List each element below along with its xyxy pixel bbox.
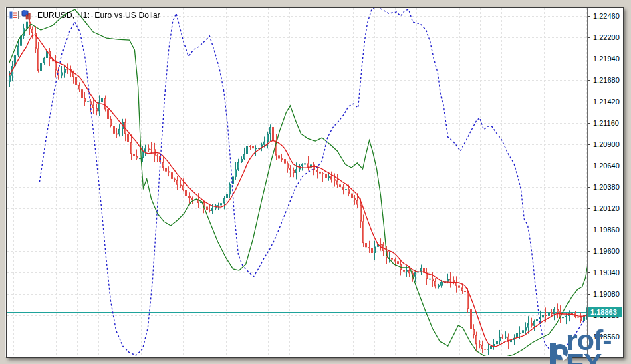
- axis-price-label: 1.19340: [593, 268, 620, 277]
- axis-tick: [588, 166, 590, 166]
- chart-window[interactable]: EURUSD, H1: Euro vs US Dollar 1.18863 1.…: [6, 7, 624, 358]
- axis-tick: [588, 251, 590, 252]
- axis-price-label: 1.22460: [593, 12, 620, 20]
- chart-indicator-icon[interactable]: [21, 10, 32, 20]
- axis-tick: [588, 80, 590, 81]
- axis-price-label: 1.21420: [593, 98, 620, 106]
- axis-tick: [588, 59, 590, 59]
- axis-tick: [588, 230, 590, 230]
- axis-price-label: 1.19860: [593, 226, 620, 234]
- axis-tick: [588, 123, 590, 124]
- axis-price-label: 1.21160: [593, 119, 619, 127]
- axis-price-label: 1.19080: [593, 290, 620, 298]
- axis-price-label: 1.20900: [593, 140, 620, 148]
- axis-price-label: 1.20380: [593, 183, 620, 191]
- axis-tick: [588, 294, 590, 295]
- current-price-tag: 1.18863: [588, 307, 622, 317]
- axis-tick: [588, 187, 590, 188]
- axis-tick: [588, 102, 590, 102]
- axis-price-label: 1.20120: [593, 204, 620, 212]
- axis-price-label: 1.20640: [593, 162, 620, 170]
- chart-header: EURUSD, H1: Euro vs US Dollar: [9, 10, 160, 20]
- chart-title: EURUSD, H1: Euro vs US Dollar: [37, 11, 160, 20]
- axis-price-label: 1.22200: [593, 33, 620, 41]
- desktop-background: { "header": { "title": "EURUSD, H1: Euro…: [0, 0, 631, 364]
- axis-price-label: 1.21680: [593, 76, 620, 84]
- axis-tick: [588, 272, 590, 273]
- chart-canvas[interactable]: [7, 8, 587, 356]
- axis-tick: [588, 37, 590, 38]
- axis-tick: [588, 144, 590, 145]
- price-axis[interactable]: 1.18863 1.224601.222001.219401.216801.21…: [587, 8, 623, 356]
- axis-price-label: 1.19600: [593, 247, 620, 255]
- axis-price-label: 1.21940: [593, 55, 620, 63]
- axis-price-label: 1.18560: [593, 333, 620, 341]
- chart-list-icon[interactable]: [9, 10, 19, 20]
- axis-tick: [588, 337, 590, 337]
- axis-tick: [588, 16, 590, 17]
- axis-tick: [588, 208, 590, 209]
